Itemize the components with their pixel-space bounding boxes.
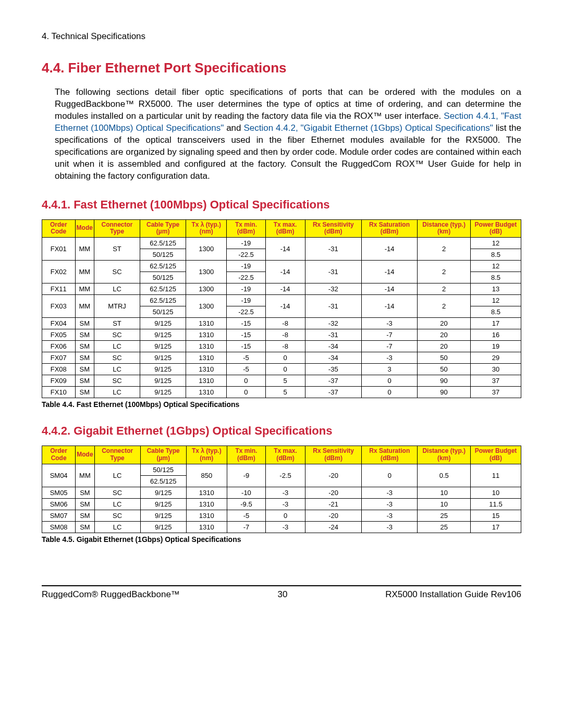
cell-conn: LC bbox=[94, 521, 140, 533]
cell-rx_sat: 3 bbox=[361, 364, 417, 375]
cell-cable: 62.5/125 bbox=[140, 295, 186, 306]
cell-order: FX07 bbox=[42, 352, 76, 364]
cell-rx_sens: -31 bbox=[305, 295, 361, 318]
cell-conn: LC bbox=[94, 464, 140, 487]
cell-cable: 9/125 bbox=[140, 521, 186, 533]
cell-order: FX06 bbox=[42, 341, 76, 352]
cell-pb: 8.5 bbox=[470, 249, 521, 261]
th-txwl: Tx λ (typ.) (nm) bbox=[186, 446, 227, 464]
cell-pb: 11 bbox=[471, 464, 521, 487]
cell-conn: LC bbox=[94, 387, 140, 398]
cell-dist: 25 bbox=[418, 510, 471, 521]
subsection-442-title: 4.4.2. Gigabit Ethernet (1Gbps) Optical … bbox=[42, 424, 521, 438]
cell-pb: 12 bbox=[470, 295, 521, 306]
table-44-caption: Table 4.4. Fast Ethernet (100Mbps) Optic… bbox=[42, 400, 521, 409]
cell-cable: 9/125 bbox=[140, 341, 186, 352]
cell-mode: SM bbox=[75, 364, 94, 375]
cell-pb: 13 bbox=[470, 283, 521, 295]
cell-dist: 0.5 bbox=[418, 464, 471, 487]
cell-tx_min: -22.5 bbox=[227, 249, 265, 261]
cell-rx_sat: -7 bbox=[361, 341, 417, 352]
cell-dist: 10 bbox=[418, 487, 471, 498]
cell-tx_max: -8 bbox=[265, 329, 305, 341]
cell-cable: 9/125 bbox=[140, 329, 186, 341]
cell-mode: SM bbox=[75, 387, 94, 398]
cell-dist: 2 bbox=[418, 261, 471, 283]
footer-page: 30 bbox=[278, 589, 288, 600]
cell-pb: 19 bbox=[470, 341, 521, 352]
cell-conn: LC bbox=[94, 498, 140, 510]
section-title: 4.4. Fiber Ethernet Port Specifications bbox=[42, 60, 521, 76]
th-dist: Distance (typ.) (km) bbox=[418, 446, 471, 464]
cell-mode: SM bbox=[75, 352, 94, 364]
cell-order: FX01 bbox=[42, 238, 76, 261]
cell-rx_sens: -32 bbox=[305, 318, 361, 329]
cell-mode: SM bbox=[75, 329, 94, 341]
cell-tx_wl: 1310 bbox=[186, 364, 227, 375]
fast-ethernet-table: Order Code Mode Connector Type Cable Typ… bbox=[42, 219, 521, 399]
link-section-442[interactable]: Section 4.4.2, "Gigabit Ethernet (1Gbps)… bbox=[243, 123, 493, 133]
cell-order: FX03 bbox=[42, 295, 76, 318]
cell-tx_max: -14 bbox=[265, 261, 305, 283]
th-txmax: Tx max. (dBm) bbox=[265, 446, 305, 464]
table-row: FX04SMST9/1251310-15-8-32-32017 bbox=[42, 318, 521, 329]
table-45-caption: Table 4.5. Gigabit Ethernet (1Gbps) Opti… bbox=[42, 535, 521, 544]
cell-cable: 50/125 bbox=[140, 464, 186, 475]
cell-tx_max: -8 bbox=[265, 318, 305, 329]
cell-cable: 62.5/125 bbox=[140, 283, 186, 295]
th-cable: Cable Type (µm) bbox=[140, 219, 186, 238]
cell-rx_sat: 0 bbox=[361, 375, 417, 387]
cell-tx_min: -19 bbox=[227, 261, 265, 272]
th-mode: Mode bbox=[76, 446, 94, 464]
cell-pb: 29 bbox=[470, 352, 521, 364]
cell-conn: SC bbox=[94, 329, 140, 341]
cell-tx_wl: 1310 bbox=[186, 329, 227, 341]
cell-pb: 10 bbox=[471, 487, 521, 498]
cell-pb: 37 bbox=[470, 375, 521, 387]
table-row: FX03MMMTRJ62.5/1251300-19-14-31-14212 bbox=[42, 295, 521, 306]
cell-rx_sat: 0 bbox=[361, 387, 417, 398]
cell-order: SM06 bbox=[42, 498, 76, 510]
cell-cable: 50/125 bbox=[140, 249, 186, 261]
cell-rx_sat: -14 bbox=[361, 295, 417, 318]
table-row: FX05SMSC9/1251310-15-8-31-72016 bbox=[42, 329, 521, 341]
cell-order: SM04 bbox=[42, 464, 76, 487]
table-row: FX11MMLC62.5/1251300-19-14-32-14213 bbox=[42, 283, 521, 295]
cell-pb: 8.5 bbox=[470, 272, 521, 283]
cell-order: SM05 bbox=[42, 487, 76, 498]
cell-rx_sens: -20 bbox=[305, 510, 362, 521]
th-rxsat: Rx Saturation (dBm) bbox=[361, 219, 417, 238]
table-row: FX06SMLC9/1251310-15-8-34-72019 bbox=[42, 341, 521, 352]
cell-mode: SM bbox=[76, 498, 94, 510]
intro-paragraph: The following sections detail fiber opti… bbox=[55, 87, 521, 182]
cell-rx_sat: 0 bbox=[362, 464, 418, 487]
cell-order: FX08 bbox=[42, 364, 76, 375]
th-conn: Connector Type bbox=[94, 446, 140, 464]
table-row: FX09SMSC9/125131005-3709037 bbox=[42, 375, 521, 387]
cell-dist: 10 bbox=[418, 498, 471, 510]
cell-rx_sat: -14 bbox=[361, 283, 417, 295]
cell-cable: 9/125 bbox=[140, 387, 186, 398]
cell-conn: SC bbox=[94, 487, 140, 498]
cell-rx_sat: -3 bbox=[362, 498, 418, 510]
cell-rx_sens: -32 bbox=[305, 283, 361, 295]
cell-tx_max: -3 bbox=[265, 498, 305, 510]
cell-rx_sens: -21 bbox=[305, 498, 362, 510]
th-txmin: Tx min. (dBm) bbox=[227, 446, 265, 464]
intro-text-b: and bbox=[224, 123, 243, 133]
cell-cable: 9/125 bbox=[140, 352, 186, 364]
cell-tx_min: -10 bbox=[227, 487, 265, 498]
cell-rx_sens: -37 bbox=[305, 375, 361, 387]
cell-conn: MTRJ bbox=[94, 295, 140, 318]
th-rxsens: Rx Sensitivity (dBm) bbox=[305, 446, 362, 464]
cell-pb: 15 bbox=[471, 510, 521, 521]
cell-tx_wl: 1310 bbox=[186, 510, 227, 521]
cell-pb: 11.5 bbox=[471, 498, 521, 510]
cell-rx_sens: -24 bbox=[305, 521, 362, 533]
cell-conn: ST bbox=[94, 318, 140, 329]
cell-dist: 90 bbox=[418, 387, 471, 398]
th-txmax: Tx max. (dBm) bbox=[265, 219, 305, 238]
cell-mode: MM bbox=[76, 464, 94, 487]
cell-tx_wl: 1300 bbox=[186, 295, 227, 318]
cell-tx_wl: 1310 bbox=[186, 375, 227, 387]
